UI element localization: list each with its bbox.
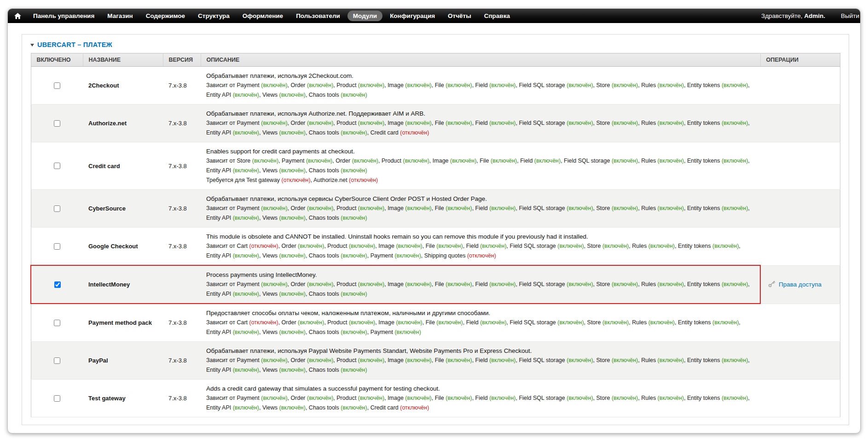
dependency-status: (включён) [612, 158, 638, 164]
module-dependencies-text: Зависит от Cart (отключён), Order (включ… [206, 241, 755, 261]
dependency-status: (включён) [446, 357, 472, 363]
toolbar-item-item[interactable]: Магазин [102, 11, 138, 21]
dependency-status: (включён) [446, 120, 472, 126]
dependency-status: (включён) [722, 205, 748, 211]
module-description-cell: Обрабатывает платежи, используя 2Checkou… [201, 67, 760, 105]
module-enabled-checkbox[interactable] [54, 205, 60, 212]
dependency-status: (включён) [489, 120, 515, 126]
module-version-cell: 7.x-3.8 [163, 304, 201, 342]
screenshot-frame: Панель управленияМагазинСодержимоеСтрукт… [7, 8, 861, 433]
toolbar-menu: Панель управленияМагазинСодержимоеСтрукт… [27, 11, 516, 21]
module-enabled-checkbox[interactable] [54, 120, 60, 127]
modules-table: ВКЛЮЧЕНОНАЗВАНИЕВЕРСИЯОПИСАНИЕОПЕРАЦИИ 2… [30, 53, 840, 417]
dependency-status: (включён) [557, 243, 584, 249]
enabled-cell [31, 105, 83, 142]
module-row-authorize-net: Authorize.net7.x-3.8Обрабатывает платежи… [31, 105, 840, 142]
module-enabled-checkbox[interactable] [54, 281, 61, 288]
module-description-text: Обрабатывает платежи, используя Authoriz… [206, 109, 755, 118]
permissions-link-wrap: Права доступа [766, 281, 834, 289]
dependency-status: (включён) [405, 357, 431, 363]
enabled-cell [31, 228, 83, 266]
module-enabled-checkbox[interactable] [54, 163, 60, 169]
module-description-cell: This module is obsolete and CANNOT be in… [201, 228, 760, 266]
toolbar-item-item[interactable]: Модули [347, 11, 382, 21]
dependency-status: (включён) [233, 404, 259, 411]
module-enabled-checkbox[interactable] [54, 357, 60, 364]
column-header-item: ОПЕРАЦИИ [760, 53, 840, 67]
dependency-status: (включён) [722, 158, 748, 164]
dependency-status: (включён) [405, 281, 431, 287]
dependency-status: (включён) [722, 120, 748, 126]
permissions-link[interactable]: Права доступа [779, 281, 822, 288]
module-description-text: Enables support for credit card payments… [206, 146, 755, 156]
payment-modules-fieldset: UBERCART – ПЛАТЕЖ ВКЛЮЧЕНОНАЗВАНИЕВЕРСИЯ… [22, 34, 849, 425]
dependency-status: (включён) [648, 319, 675, 326]
dependency-status: (включён) [658, 281, 684, 287]
dependency-status: (включён) [450, 158, 476, 164]
enabled-cell [31, 142, 83, 190]
dependency-status: (включён) [261, 395, 287, 401]
module-enabled-checkbox[interactable] [54, 243, 60, 250]
toolbar-item-item[interactable]: Структура [192, 11, 235, 21]
module-operations-cell [760, 105, 840, 142]
module-name-cell: Google Checkout [83, 228, 163, 266]
dependency-status: (включён) [722, 395, 748, 401]
dependency-status: (включён) [298, 319, 324, 326]
enabled-cell [31, 67, 83, 105]
dependency-status: (включён) [307, 281, 333, 287]
dependency-status: (отключён) [249, 319, 278, 326]
toolbar-item-item[interactable]: Справка [479, 11, 515, 21]
dependency-status: (включён) [394, 329, 421, 335]
logout-link[interactable]: Выйти [841, 12, 859, 19]
module-dependencies-text: Зависит от Payment (включён), Order (вкл… [206, 81, 755, 100]
dependency-status: (отключён) [400, 129, 429, 136]
module-operations-cell [760, 67, 840, 105]
module-row-paypal: PayPal7.x-3.8Обрабатывает платежи, испол… [31, 342, 840, 380]
dependency-status: (включён) [307, 82, 333, 88]
module-description-cell: Обрабатывает платежи, используя сервисы … [201, 190, 760, 228]
dependency-status: (включён) [405, 395, 431, 401]
module-enabled-checkbox[interactable] [54, 320, 60, 326]
module-description-cell: Обрабатывает платежи, используя Paypal W… [201, 342, 760, 380]
dependency-status: (включён) [436, 319, 463, 326]
module-dependencies-text: Зависит от Payment (включён), Order (вкл… [206, 356, 755, 375]
dependency-status: (включён) [307, 357, 333, 363]
module-name-cell: Test gateway [83, 380, 163, 417]
dependency-status: (включён) [489, 395, 515, 401]
dependency-status: (включён) [261, 120, 287, 126]
dependency-status: (включён) [567, 281, 593, 287]
dependency-status: (включён) [489, 82, 515, 88]
dependency-status: (включён) [394, 252, 421, 259]
module-operations-cell [760, 304, 840, 342]
module-enabled-checkbox[interactable] [54, 395, 60, 402]
module-name-cell: IntellectMoney [83, 265, 163, 304]
dependency-status: (включён) [341, 215, 367, 221]
dependency-status: (включён) [446, 281, 472, 287]
home-icon[interactable] [8, 13, 27, 19]
enabled-cell [31, 304, 83, 342]
toolbar-account-area: Здравствуйте, Admin. Выйти [761, 12, 860, 19]
dependency-status: (включён) [279, 92, 306, 98]
fieldset-legend-payment[interactable]: UBERCART – ПЛАТЕЖ [30, 38, 840, 53]
toolbar-item-item[interactable]: Пользователи [290, 11, 346, 21]
module-enabled-checkbox[interactable] [54, 82, 60, 89]
dependency-status: (включён) [233, 252, 259, 259]
dependency-status: (включён) [567, 82, 593, 88]
dependency-status: (отключён) [282, 177, 311, 183]
dependency-status: (включён) [658, 158, 684, 164]
toolbar-item-item[interactable]: Содержимое [140, 11, 191, 21]
key-icon [768, 281, 775, 289]
toolbar-item-item[interactable]: Отчёты [442, 11, 477, 21]
toolbar-item-item[interactable]: Оформление [237, 11, 289, 21]
dependency-status: (отключён) [400, 404, 429, 411]
column-header-item: ОПИСАНИЕ [201, 53, 760, 67]
module-name-cell: Payment method pack [83, 304, 163, 342]
module-version-cell: 7.x-3.8 [163, 380, 201, 417]
module-row-test-gateway: Test gateway7.x-3.8Adds a credit card ga… [31, 380, 840, 417]
dependency-status: (включён) [358, 357, 384, 363]
toolbar-item-item[interactable]: Конфигурация [384, 11, 440, 21]
toolbar-item-item[interactable]: Панель управления [28, 11, 100, 21]
module-description-text: Предоставляет способы оплаты чеком, нало… [206, 308, 755, 318]
dependency-status: (включён) [557, 319, 584, 326]
module-description-text: Adds a credit card gateway that simulate… [206, 384, 755, 393]
